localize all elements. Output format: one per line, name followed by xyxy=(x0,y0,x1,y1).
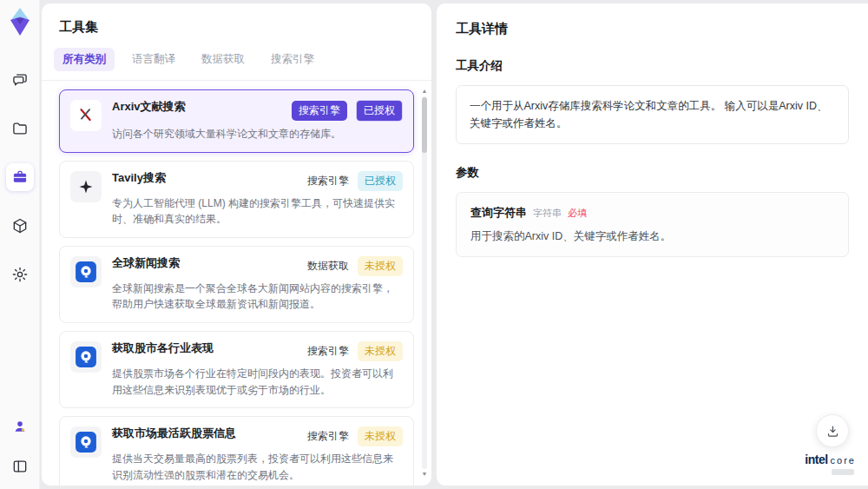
tab-label: 语言翻译 xyxy=(132,53,175,65)
tool-description: 提供当天交易量最高的股票列表，投资者可以利用这些信息来识别流动性强的股票和潜在的… xyxy=(112,451,403,483)
scroll-down-icon[interactable]: ▼ xyxy=(420,470,429,479)
user-avatar-button[interactable] xyxy=(6,413,34,440)
tool-card[interactable]: 获取股市各行业表现 搜索引擎 未授权 提供股票市场各个行业在特定时间段内的表现。… xyxy=(59,331,414,408)
panel-toggle-icon xyxy=(11,458,29,475)
tool-name: Arxiv文献搜索 xyxy=(112,100,186,115)
tool-category-tag: 搜索引擎 xyxy=(292,101,347,121)
tool-card[interactable]: Arxiv文献搜索 搜索引擎 已授权 访问各个研究领域大量科学论文和文章的存储库… xyxy=(59,89,414,153)
scrollbar-thumb[interactable] xyxy=(422,97,427,153)
app-logo-icon xyxy=(7,7,33,36)
tool-description: 全球新闻搜索是一个聚合全球各大新闻网站内容的搜索引擎，帮助用户快速获取全球最新资… xyxy=(112,281,403,313)
chat-icon xyxy=(11,71,29,89)
sidebar-nav xyxy=(6,66,34,288)
briefcase-icon xyxy=(11,169,29,186)
download-icon xyxy=(825,424,840,439)
tool-auth-badge: 未授权 xyxy=(358,341,403,361)
tool-auth-badge: 已授权 xyxy=(356,100,403,122)
tool-name: 获取市场最活跃股票信息 xyxy=(112,426,236,441)
tab-label: 所有类别 xyxy=(62,53,106,65)
scroll-up-icon[interactable]: ▲ xyxy=(420,87,429,96)
tool-category-tag: 搜索引擎 xyxy=(307,344,349,359)
tab-3[interactable]: 搜索引擎 xyxy=(262,48,323,71)
tool-list: Arxiv文献搜索 搜索引擎 已授权 访问各个研究领域大量科学论文和文章的存储库… xyxy=(42,81,431,486)
tools-panel-title: 工具集 xyxy=(42,3,431,36)
tool-card[interactable]: 获取市场最活跃股票信息 搜索引擎 未授权 提供当天交易量最高的股票列表，投资者可… xyxy=(59,416,414,486)
user-icon xyxy=(11,418,29,435)
tool-auth-badge: 未授权 xyxy=(358,426,403,446)
arxiv-logo-icon xyxy=(70,100,102,131)
collapse-panel-button[interactable] xyxy=(6,453,34,480)
tool-auth-badge: 未授权 xyxy=(358,256,403,276)
tool-card[interactable]: Tavily搜索 搜索引擎 已授权 专为人工智能代理 (LLM) 构建的搜索引擎… xyxy=(59,161,414,238)
tool-description: 访问各个研究领域大量科学论文和文章的存储库。 xyxy=(112,126,403,142)
tool-category-tag: 搜索引擎 xyxy=(307,174,349,188)
cube-icon xyxy=(11,217,29,235)
tool-category-tag: 数据获取 xyxy=(307,259,349,274)
brand-chip xyxy=(832,469,854,475)
tool-name: 获取股市各行业表现 xyxy=(112,341,214,356)
tab-2[interactable]: 数据获取 xyxy=(193,48,253,71)
sidebar-item-chat[interactable] xyxy=(6,66,34,94)
folder-icon xyxy=(11,120,29,137)
sparkle-icon xyxy=(70,171,102,202)
category-tabs: 所有类别 语言翻译 数据获取 搜索引擎 xyxy=(42,36,431,81)
news-blue-icon xyxy=(70,256,102,287)
news-blue-icon xyxy=(70,426,102,458)
brand-secondary: core xyxy=(831,455,856,466)
detail-panel-title: 工具详情 xyxy=(456,21,849,37)
tool-card[interactable]: 全球新闻搜索 数据获取 未授权 全球新闻搜索是一个聚合全球各大新闻网站内容的搜索… xyxy=(59,246,414,323)
tool-description: 提供股票市场各个行业在特定时间段内的表现。投资者可以利用这些信息来识别表现优于或… xyxy=(112,366,403,398)
sidebar-item-files[interactable] xyxy=(6,115,34,142)
parameter-header: 查询字符串 字符串 必填 xyxy=(470,205,834,221)
parameter-required-badge: 必填 xyxy=(568,207,587,220)
sidebar-bottom xyxy=(6,413,34,480)
tab-label: 数据获取 xyxy=(201,53,245,65)
intro-heading: 工具介绍 xyxy=(456,58,849,74)
intel-core-logo: intelcore xyxy=(805,453,856,475)
gear-icon xyxy=(11,266,29,283)
sidebar-rail xyxy=(0,0,40,489)
tool-name: Tavily搜索 xyxy=(112,171,166,186)
brand-primary: intel xyxy=(805,453,827,466)
tab-0[interactable]: 所有类别 xyxy=(54,48,115,71)
news-blue-icon xyxy=(70,341,102,373)
parameter-description: 用于搜索的Arxiv ID、关键字或作者姓名。 xyxy=(470,229,834,244)
tool-category-tag: 搜索引擎 xyxy=(307,429,349,444)
download-button[interactable] xyxy=(816,414,849,447)
tool-description: 专为人工智能代理 (LLM) 构建的搜索引擎工具，可快速提供实时、准确和真实的结… xyxy=(112,195,403,228)
tab-1[interactable]: 语言翻译 xyxy=(123,48,184,71)
tools-panel: 工具集 所有类别 语言翻译 数据获取 搜索引擎 Arxiv文献搜索 搜索引擎 已… xyxy=(42,3,431,486)
parameter-name: 查询字符串 xyxy=(470,205,527,221)
parameter-item: 查询字符串 字符串 必填 用于搜索的Arxiv ID、关键字或作者姓名。 xyxy=(456,192,849,257)
params-heading: 参数 xyxy=(456,165,849,181)
sidebar-item-models[interactable] xyxy=(6,212,34,240)
tool-auth-badge: 已授权 xyxy=(358,171,403,191)
intro-text: 一个用于从Arxiv存储库搜索科学论文和文章的工具。 输入可以是Arxiv ID… xyxy=(456,85,849,144)
sidebar-item-tools[interactable] xyxy=(6,163,34,191)
tab-label: 搜索引擎 xyxy=(271,53,314,65)
tool-list-scrollbar[interactable]: ▲ ▼ xyxy=(420,87,429,479)
app-window: 工具集 所有类别 语言翻译 数据获取 搜索引擎 Arxiv文献搜索 搜索引擎 已… xyxy=(0,0,868,489)
parameter-type: 字符串 xyxy=(533,207,562,220)
sidebar-item-settings[interactable] xyxy=(6,261,34,288)
tool-name: 全球新闻搜索 xyxy=(112,256,180,271)
tool-detail-panel: 工具详情 工具介绍 一个用于从Arxiv存储库搜索科学论文和文章的工具。 输入可… xyxy=(437,3,868,486)
